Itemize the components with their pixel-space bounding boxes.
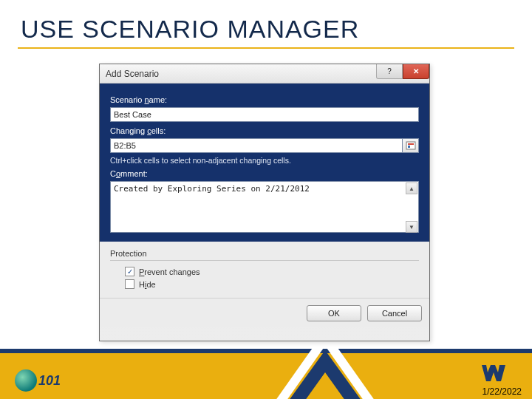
help-button[interactable]: ? [376, 64, 403, 79]
add-scenario-dialog: Add Scenario ? ✕ Scenario name: Changing… [99, 64, 430, 341]
slide-date: 1/22/2022 [482, 386, 522, 397]
close-button[interactable]: ✕ [403, 64, 429, 79]
dialog-button-bar: OK Cancel [100, 298, 429, 327]
wv-logo-icon [480, 362, 507, 383]
dialog-title: Add Scenario [106, 69, 159, 79]
hide-checkbox[interactable] [125, 279, 134, 289]
changing-cells-hint: Ctrl+click cells to select non-adjacent … [110, 156, 419, 165]
scenario-name-label: Scenario name: [110, 95, 419, 104]
range-picker-button[interactable] [403, 138, 419, 153]
dialog-body: Scenario name: Changing cells: Ctrl+clic… [100, 83, 429, 242]
textarea-scroll: ▲ ▼ [406, 183, 417, 233]
svg-rect-1 [408, 143, 414, 145]
ok-button[interactable]: OK [307, 305, 361, 321]
protection-group: Protection ✓ Prevent changes Hide [100, 242, 429, 298]
title-underline [18, 47, 514, 49]
window-buttons: ? ✕ [376, 64, 429, 79]
comment-label: Comment: [110, 169, 419, 178]
prevent-changes-checkbox[interactable]: ✓ [125, 267, 134, 276]
svg-rect-0 [406, 142, 415, 149]
scenario-name-input[interactable] [110, 107, 419, 122]
range-picker-icon [406, 141, 416, 150]
dialog-titlebar: Add Scenario ? ✕ [100, 64, 429, 83]
group-divider [110, 260, 419, 261]
protection-label: Protection [110, 249, 419, 259]
hide-label: Hide [139, 280, 156, 289]
comment-textarea[interactable] [110, 181, 419, 233]
slide-title: USE SCENARIO MANAGER [0, 0, 532, 44]
cancel-button[interactable]: Cancel [367, 305, 422, 321]
hide-row[interactable]: Hide [125, 279, 419, 289]
globe-icon [15, 369, 37, 392]
changing-cells-label: Changing cells: [110, 126, 419, 135]
scroll-up-button[interactable]: ▲ [406, 183, 417, 194]
prevent-changes-row[interactable]: ✓ Prevent changes [125, 267, 419, 276]
footer-chevron-icon [273, 349, 377, 399]
footer-band: 101 1/22/2022 [0, 349, 532, 399]
prevent-changes-label: Prevent changes [139, 267, 200, 276]
scroll-down-button[interactable]: ▼ [406, 221, 417, 233]
course-logo: 101 [15, 369, 61, 392]
changing-cells-input[interactable] [110, 138, 403, 153]
svg-rect-2 [408, 146, 410, 148]
course-logo-text: 101 [38, 373, 61, 389]
